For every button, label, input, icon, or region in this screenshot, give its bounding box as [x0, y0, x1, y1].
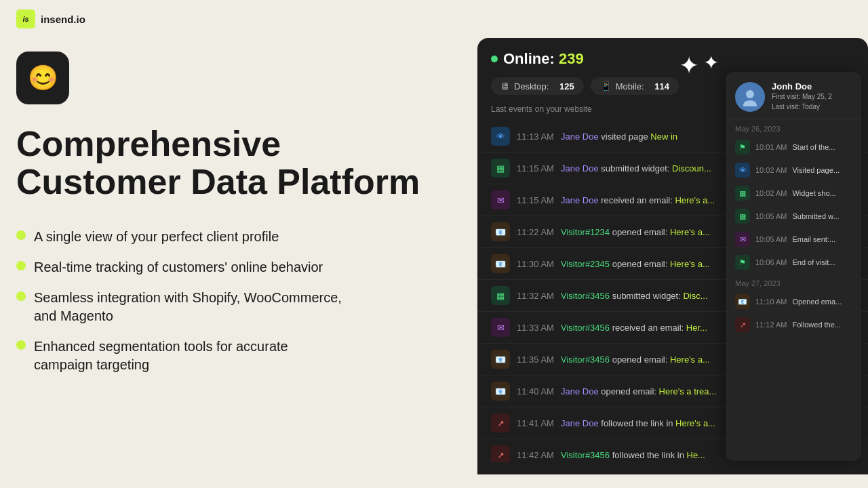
feature-item: Seamless integration with Shopify, WooCo… — [16, 289, 457, 325]
desktop-icon: 🖥 — [500, 81, 510, 92]
mobile-badge: 📱 Mobile: 114 — [591, 77, 679, 95]
header: is insend.io — [0, 0, 868, 38]
features-list: A single view of your perfect client pro… — [16, 228, 457, 374]
bullet-icon — [16, 340, 26, 350]
date-separator: May 27, 2023 — [726, 274, 861, 290]
feature-text: Seamless integration with Shopify, WooCo… — [34, 289, 342, 325]
online-status: Online: 239 — [503, 50, 584, 68]
mail-open-icon: 📧 — [491, 382, 510, 401]
email-sent-icon: ✉ — [735, 232, 750, 247]
logo-icon: is — [16, 9, 35, 28]
widget-icon: ▦ — [491, 159, 510, 178]
profile-name: Jonh Doe — [772, 81, 832, 92]
link-icon: ↗ — [491, 445, 510, 462]
svg-point-1 — [743, 100, 757, 106]
bullet-icon — [16, 261, 26, 270]
eye-icon: 👁 — [735, 163, 750, 178]
flag-icon: ⚑ — [735, 140, 750, 155]
detail-event-row: ↗ 11:12 AM Followed the... — [726, 313, 861, 336]
opened-email-icon: 📧 — [735, 294, 750, 309]
avatar — [735, 82, 765, 112]
profile-header: Jonh Doe First visit: May 25, 2 Last vis… — [726, 72, 861, 119]
mobile-icon: 📱 — [600, 81, 612, 92]
desktop-badge: 🖥 Desktop: 125 — [491, 77, 584, 95]
widget-icon: ▦ — [735, 186, 750, 201]
feature-item: A single view of your perfect client pro… — [16, 228, 457, 246]
svg-point-0 — [746, 90, 754, 98]
detail-event-row: 👁 10:02 AM Visited page... — [726, 159, 861, 182]
profile-meta: First visit: May 25, 2 Last visit: Today — [772, 92, 832, 112]
bullet-icon — [16, 230, 26, 240]
feature-text: Real-time tracking of customers' online … — [34, 258, 323, 277]
detail-event-row: ⚑ 10:06 AM End of visit... — [726, 251, 861, 274]
email-icon: ✉ — [491, 318, 510, 337]
bullet-icon — [16, 291, 26, 301]
detail-event-row: 📧 11:10 AM Opened ema... — [726, 290, 861, 313]
left-panel: 😊 Comprehensive Customer Data Platform A… — [16, 38, 477, 474]
feature-text: A single view of your perfect client pro… — [34, 228, 279, 246]
widget-icon: ▦ — [491, 286, 510, 305]
detail-panel: Jonh Doe First visit: May 25, 2 Last vis… — [726, 72, 861, 461]
right-panel: ✦ ✦ Online: 239 🖥 Desktop: 125 — [477, 38, 852, 474]
detail-event-row: ✉ 10:05 AM Email sent:... — [726, 228, 861, 251]
mail-open-icon: 📧 — [491, 350, 510, 369]
detail-event-row: ▦ 10:02 AM Widget sho... — [726, 182, 861, 205]
app-icon: 😊 — [16, 52, 69, 104]
mail-open-icon: 📧 — [491, 222, 510, 241]
profile-info: Jonh Doe First visit: May 25, 2 Last vis… — [772, 81, 832, 112]
link-icon: ↗ — [491, 413, 510, 432]
email-icon: ✉ — [491, 190, 510, 209]
feature-text: Enhanced segmentation tools for accurate… — [34, 338, 288, 374]
detail-event-row: ⚑ 10:01 AM Start of the... — [726, 136, 861, 159]
widget-submit-icon: ▦ — [735, 209, 750, 224]
date-separator: May 26, 2023 — [726, 119, 861, 136]
detail-event-row: ▦ 10:05 AM Submitted w... — [726, 205, 861, 228]
feature-item: Real-time tracking of customers' online … — [16, 258, 457, 277]
main-content: 😊 Comprehensive Customer Data Platform A… — [0, 38, 868, 488]
end-visit-icon: ⚑ — [735, 255, 750, 270]
dashboard: ✦ ✦ Online: 239 🖥 Desktop: 125 — [477, 38, 868, 474]
mail-open-icon: 📧 — [491, 254, 510, 273]
followed-link-icon: ↗ — [735, 317, 750, 332]
brand-name: insend.io — [41, 14, 85, 25]
feature-item: Enhanced segmentation tools for accurate… — [16, 338, 457, 374]
eye-icon: 👁 — [491, 127, 510, 146]
online-dot-icon — [491, 56, 498, 62]
hero-title: Comprehensive Customer Data Platform — [16, 125, 457, 201]
